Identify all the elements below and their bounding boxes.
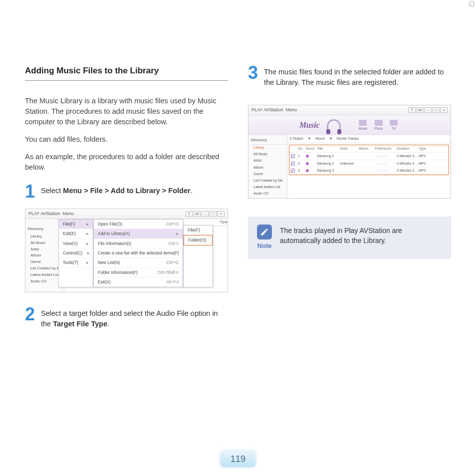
menu-item-control[interactable]: Control(C)▸ xyxy=(59,248,93,258)
step-1-number: 1 xyxy=(25,184,37,200)
tree-item[interactable]: Latest Added List xyxy=(27,272,63,278)
table-row[interactable]: 3 Samsung 3 ☆☆☆☆☆ 3 Minutes 5… MP3 xyxy=(289,167,449,175)
note-box: Note The tracks played in Play AVStation… xyxy=(248,217,451,259)
mode-header: Music Movie Photo TV xyxy=(248,115,451,135)
screenshot-music-library: PLAY AVStation Menu T M – □ × Music Movi… xyxy=(248,105,451,199)
tree-item[interactable]: Library xyxy=(27,234,63,240)
maximize-button[interactable]: □ xyxy=(433,107,440,113)
step-2-text: Select a target folder and select the Au… xyxy=(41,306,228,329)
tree-item[interactable]: Album xyxy=(27,252,63,259)
step-2-number: 2 xyxy=(25,306,37,322)
menu-item-new-list[interactable]: New List(N)Ctrl+G xyxy=(94,258,183,267)
note-text: The tracks played in Play AVStation are … xyxy=(280,225,442,246)
mood-dot-icon xyxy=(306,162,309,165)
mood-dot-icon xyxy=(306,169,309,172)
minimize-button[interactable]: – xyxy=(202,211,209,217)
maximize-button[interactable]: □ xyxy=(210,211,217,217)
directory-label: Directory xyxy=(27,226,63,232)
tree-item[interactable]: List Created by Me xyxy=(249,177,286,184)
close-button[interactable]: × xyxy=(218,211,225,217)
menu-item-view[interactable]: View(V)▸ xyxy=(59,239,93,248)
menu-item-add-file[interactable]: File(F) xyxy=(184,226,213,235)
menu-item-file[interactable]: File(F)▸ xyxy=(59,220,93,229)
tree-item[interactable]: All Music xyxy=(27,240,63,246)
tab-mood[interactable]: Mood xyxy=(315,136,325,142)
window-titlebar: PLAY AVStation Menu T M – □ × xyxy=(25,209,228,219)
window-button[interactable]: M xyxy=(417,107,424,113)
step-3-text: The music files found in the selected fo… xyxy=(264,65,451,88)
screenshot-menu-path: PLAY AVStation Menu T M – □ × Directory … xyxy=(25,209,228,292)
window-titlebar: PLAY AVStation Menu T M – □ × xyxy=(248,105,451,115)
mode-tv[interactable]: TV xyxy=(390,120,398,131)
intro-para-2: You can add files, folders. xyxy=(25,134,228,145)
note-icon xyxy=(257,225,272,239)
search-icon[interactable]: ⌕ xyxy=(469,1,474,6)
tree-item[interactable]: Genre xyxy=(249,171,286,177)
mode-photo[interactable]: Photo xyxy=(374,120,383,131)
step-3: 3 The music files found in the selected … xyxy=(248,65,451,88)
tab-movie-tracks[interactable]: Movie Tracks xyxy=(337,136,359,142)
step-1-text: Select Menu > File > Add to Library > Fo… xyxy=(41,184,193,196)
checkbox-icon[interactable] xyxy=(291,154,295,158)
step-3-number: 3 xyxy=(248,65,260,81)
table-row[interactable]: 1 Samsung 1 ☆☆☆☆☆ 3 Minutes 5… MP3 xyxy=(289,153,449,160)
minimize-button[interactable]: – xyxy=(425,107,432,113)
menu-item-exit[interactable]: Exit(X)Alt+F4 xyxy=(94,277,183,287)
tree-item[interactable]: All Music xyxy=(249,151,286,158)
submenu-add-to-library: File(F) Folder(O) xyxy=(183,225,213,287)
close-button[interactable]: × xyxy=(441,107,448,113)
tree-item[interactable]: Latest Added List xyxy=(249,184,286,191)
tree-item-library[interactable]: Library xyxy=(249,145,286,151)
tree-item[interactable]: Audio CD xyxy=(27,278,63,285)
checkbox-icon[interactable] xyxy=(291,169,295,173)
directory-label: Directory xyxy=(249,136,286,145)
table-header: No. Mood Title Artist Album Preference D… xyxy=(289,145,449,153)
menu-item-edit[interactable]: Edit(E)▸ xyxy=(59,229,93,238)
list-tabs: 3 Object ▾ Mood ▾ Movie Tracks ⌕ xyxy=(287,135,451,143)
tree-item[interactable]: Artist xyxy=(249,158,286,164)
note-label: Note xyxy=(257,241,272,251)
menu-item-add-to-library[interactable]: Add to Library(A)▸ xyxy=(94,229,183,238)
menu-item-create-list[interactable]: Create a new list with the selected item… xyxy=(94,248,183,258)
tab-object-count[interactable]: 3 Object xyxy=(289,136,303,142)
intro-para-1: The Music Library is a library with musi… xyxy=(25,96,228,127)
menu-item-folder-info[interactable]: Folder Information(F)Ctrl+Shift+I xyxy=(94,268,183,277)
window-button[interactable]: M xyxy=(194,211,201,217)
tree-item[interactable]: Genre xyxy=(27,259,63,265)
checkbox-icon[interactable] xyxy=(291,162,295,166)
track-table-highlight: No. Mood Title Artist Album Preference D… xyxy=(289,145,449,175)
window-button[interactable]: T xyxy=(186,211,193,217)
window-button[interactable]: T xyxy=(409,107,416,113)
headphones-icon xyxy=(327,119,341,131)
mode-movie[interactable]: Movie xyxy=(359,120,367,131)
menu-item-open-file[interactable]: Open File(O)Ctrl+O xyxy=(94,220,183,229)
mood-dot-icon xyxy=(306,155,309,158)
music-heading: Music xyxy=(299,119,320,131)
directory-sidebar: Directory Library All Music Artist Album… xyxy=(248,135,287,198)
menu-item-file-info[interactable]: File Information(I)Ctrl+I xyxy=(94,239,183,248)
tree-item[interactable]: Artist xyxy=(27,246,63,253)
menu-item-tools[interactable]: Tools(T)▸ xyxy=(59,258,93,267)
menu-item-add-folder[interactable]: Folder(O) xyxy=(184,235,213,245)
intro-para-3: As an example, the procedures to add a f… xyxy=(25,152,228,173)
submenu-file: Open File(O)Ctrl+O Add to Library(A)▸ Fi… xyxy=(93,219,183,287)
page-number: 119 xyxy=(221,451,255,467)
step-2: 2 Select a target folder and select the … xyxy=(25,306,228,329)
section-title: Adding Music Files to the Library xyxy=(25,65,228,81)
step-1: 1 Select Menu > File > Add to Library > … xyxy=(25,184,228,200)
tree-item[interactable]: List Created by Me xyxy=(27,265,63,272)
tree-item[interactable]: Audio CD xyxy=(249,191,286,197)
menu-file: File(F)▸ Edit(E)▸ View(V)▸ Control(C)▸ T… xyxy=(58,219,93,287)
tree-item[interactable]: Album xyxy=(249,164,286,171)
table-row[interactable]: 2 Samsung 2 Unknown ☆☆☆☆☆ 3 Minutes 5… M… xyxy=(289,160,449,168)
